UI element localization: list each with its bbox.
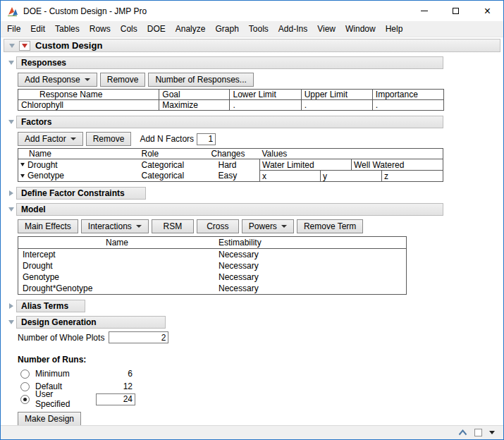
model-term-row[interactable]: Drought*Genotype Necessary bbox=[18, 283, 407, 295]
main-effects-button[interactable]: Main Effects bbox=[18, 219, 78, 233]
response-goal-cell[interactable]: Maximize bbox=[159, 100, 230, 111]
alias-section-header: Alias Terms bbox=[4, 300, 500, 312]
user-specified-runs-input[interactable] bbox=[96, 393, 135, 405]
menu-tables[interactable]: Tables bbox=[50, 21, 85, 37]
make-design-button[interactable]: Make Design bbox=[18, 412, 81, 425]
menu-graph[interactable]: Graph bbox=[210, 21, 243, 37]
factor-changes-cell[interactable]: Easy bbox=[210, 171, 260, 182]
term-name-cell[interactable]: Drought*Genotype bbox=[18, 283, 216, 295]
maximize-button[interactable] bbox=[440, 1, 472, 21]
menu-help[interactable]: Help bbox=[381, 21, 408, 37]
responses-table: Response Name Goal Lower Limit Upper Lim… bbox=[18, 89, 444, 111]
col-term-name: Name bbox=[18, 237, 216, 249]
response-upper-cell[interactable]: . bbox=[301, 100, 372, 111]
model-term-row[interactable]: Genotype Necessary bbox=[18, 271, 407, 283]
report-title: Custom Design bbox=[35, 40, 102, 51]
factor-name-cell[interactable]: Genotype bbox=[18, 171, 140, 182]
menu-doe[interactable]: DOE bbox=[142, 21, 171, 37]
factor-value-cell[interactable]: y bbox=[321, 171, 382, 182]
factor-value-cell[interactable]: Well Watered bbox=[352, 159, 443, 171]
factor-role-cell[interactable]: Categorical bbox=[140, 159, 210, 171]
factor-menu-icon[interactable] bbox=[20, 174, 25, 178]
minimize-button[interactable] bbox=[408, 1, 440, 21]
estimability-cell[interactable]: Necessary bbox=[216, 283, 407, 295]
disclosure-open-icon[interactable] bbox=[6, 320, 16, 324]
model-term-row[interactable]: Intercept Necessary bbox=[18, 249, 407, 261]
menu-cols[interactable]: Cols bbox=[116, 21, 142, 37]
response-name-cell[interactable]: Chlorophyll bbox=[18, 100, 159, 111]
minimum-label[interactable]: Minimum bbox=[35, 369, 100, 379]
dropdown-caret-icon bbox=[281, 225, 287, 228]
response-importance-cell[interactable]: . bbox=[372, 100, 443, 111]
estimability-cell[interactable]: Necessary bbox=[216, 249, 407, 261]
model-title-bar: Model bbox=[16, 203, 443, 216]
remove-response-button[interactable]: Remove bbox=[100, 73, 146, 87]
estimability-cell[interactable]: Necessary bbox=[216, 271, 407, 283]
menu-tools[interactable]: Tools bbox=[244, 21, 273, 37]
add-response-button[interactable]: Add Response bbox=[18, 73, 97, 87]
scroll-to-top-icon[interactable] bbox=[458, 429, 467, 436]
disclosure-closed-icon[interactable] bbox=[6, 303, 16, 309]
col-lower: Lower Limit bbox=[230, 90, 301, 100]
status-dropdown-icon[interactable] bbox=[489, 431, 495, 434]
responses-section-header: Responses bbox=[4, 56, 500, 69]
factor-value-cell[interactable]: z bbox=[382, 171, 443, 182]
menu-rows[interactable]: Rows bbox=[85, 21, 116, 37]
factor-role-cell[interactable]: Categorical bbox=[140, 171, 210, 182]
term-name-cell[interactable]: Drought bbox=[18, 260, 216, 271]
dropdown-caret-icon bbox=[136, 225, 142, 228]
design-generation-title: Design Generation bbox=[21, 317, 97, 327]
col-estimability: Estimability bbox=[216, 237, 407, 249]
interactions-button[interactable]: Interactions bbox=[81, 219, 149, 233]
default-value: 12 bbox=[106, 381, 133, 391]
factor-name-cell[interactable]: Drought bbox=[18, 159, 140, 171]
menu-file[interactable]: File bbox=[2, 21, 25, 37]
user-specified-label[interactable]: User Specified bbox=[35, 389, 90, 409]
status-checkbox-icon[interactable] bbox=[474, 429, 482, 436]
constraints-section-header: Define Factor Constraints bbox=[4, 187, 500, 200]
factor-menu-icon[interactable] bbox=[20, 163, 25, 166]
menu-window[interactable]: Window bbox=[340, 21, 381, 37]
maximize-icon bbox=[453, 8, 459, 14]
responses-header-row: Response Name Goal Lower Limit Upper Lim… bbox=[18, 90, 444, 100]
disclosure-open-icon[interactable] bbox=[7, 44, 17, 48]
default-radio[interactable] bbox=[20, 382, 30, 391]
add-factor-button[interactable]: Add Factor bbox=[18, 132, 83, 146]
user-specified-radio[interactable] bbox=[20, 395, 30, 404]
model-term-row[interactable]: Drought Necessary bbox=[18, 260, 407, 271]
factor-row-genotype: Genotype Categorical Easy x y z bbox=[18, 171, 443, 182]
powers-button[interactable]: Powers bbox=[242, 219, 294, 233]
response-lower-cell[interactable]: . bbox=[230, 100, 301, 111]
minimum-radio[interactable] bbox=[20, 369, 30, 379]
add-n-factors-input[interactable] bbox=[197, 133, 216, 145]
disclosure-open-icon[interactable] bbox=[6, 207, 16, 212]
close-button[interactable]: × bbox=[472, 1, 503, 21]
term-name-cell[interactable]: Intercept bbox=[18, 249, 216, 261]
number-of-responses-button[interactable]: Number of Responses... bbox=[148, 73, 253, 87]
jmp-window: DOE - Custom Design - JMP Pro × File Edi… bbox=[0, 0, 504, 440]
disclosure-closed-icon[interactable] bbox=[6, 190, 16, 196]
menu-edit[interactable]: Edit bbox=[25, 21, 50, 37]
remove-factor-button[interactable]: Remove bbox=[86, 132, 132, 146]
menu-analyze[interactable]: Analyze bbox=[171, 21, 211, 37]
term-name-cell[interactable]: Genotype bbox=[18, 271, 216, 283]
menu-addins[interactable]: Add-Ins bbox=[273, 21, 312, 37]
runs-option-minimum: Minimum 6 bbox=[20, 367, 500, 380]
runs-option-user-specified: User Specified bbox=[20, 393, 500, 405]
red-triangle-icon bbox=[22, 44, 27, 48]
factor-changes-cell[interactable]: Hard bbox=[210, 159, 260, 171]
remove-term-button[interactable]: Remove Term bbox=[297, 219, 363, 233]
rsm-button[interactable]: RSM bbox=[152, 219, 194, 233]
whole-plots-input[interactable] bbox=[109, 331, 168, 343]
factor-value-cell[interactable]: x bbox=[260, 171, 321, 182]
design-generation-title-bar: Design Generation bbox=[16, 316, 166, 329]
estimability-cell[interactable]: Necessary bbox=[216, 260, 407, 271]
col-factor-name: Name bbox=[18, 149, 140, 159]
menu-view[interactable]: View bbox=[312, 21, 340, 37]
disclosure-open-icon[interactable] bbox=[6, 120, 16, 124]
red-triangle-menu-button[interactable] bbox=[19, 41, 30, 51]
cross-button[interactable]: Cross bbox=[197, 219, 239, 233]
disclosure-open-icon[interactable] bbox=[6, 61, 16, 65]
col-response-name: Response Name bbox=[18, 90, 159, 100]
factor-value-cell[interactable]: Water Limited bbox=[260, 159, 352, 171]
